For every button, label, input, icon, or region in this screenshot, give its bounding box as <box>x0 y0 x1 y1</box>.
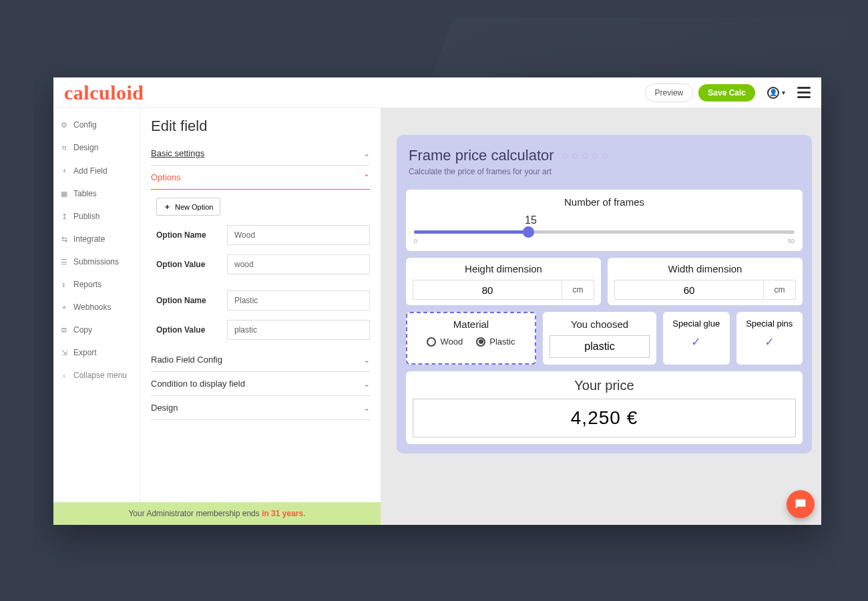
check-icon[interactable]: ✓ <box>670 335 723 349</box>
pins-label: Special pins <box>743 319 797 329</box>
export-icon: ⇲ <box>60 349 68 357</box>
sidebar-item-label: Integrate <box>73 234 105 244</box>
sidebar-item-add-field[interactable]: ＋Add Field <box>53 159 140 182</box>
option-name-label: Option Name <box>156 230 219 240</box>
gear-icon: ⚙ <box>60 121 68 130</box>
integrate-icon: ⇆ <box>60 235 68 244</box>
sidebar-item-label: Submissions <box>73 257 119 266</box>
design-icon: π <box>60 144 68 152</box>
sidebar-item-webhooks[interactable]: ⌖Webhooks <box>53 296 140 319</box>
sidebar-item-export[interactable]: ⇲Export <box>53 341 140 364</box>
user-menu[interactable]: 👤 ▾ <box>767 87 785 99</box>
caret-down-icon: ▾ <box>782 89 785 96</box>
sidebar-item-label: Reports <box>73 280 101 289</box>
frames-value: 15 <box>267 214 795 226</box>
sidebar-item-label: Copy <box>73 325 92 335</box>
chat-icon <box>793 497 808 512</box>
sidebar-item-label: Webhooks <box>73 303 111 312</box>
sidebar-item-label: Tables <box>73 189 97 198</box>
price-value: 4,250 € <box>413 399 796 437</box>
chat-fab[interactable] <box>787 490 815 518</box>
sidebar-item-submissions[interactable]: ☰Submissions <box>53 250 140 273</box>
frames-label: Number of frames <box>414 196 795 208</box>
rating-stars[interactable]: ☆☆☆☆☆ <box>561 150 611 161</box>
height-label: Height dimension <box>413 263 594 274</box>
option-value-label: Option Value <box>156 325 219 335</box>
sidebar-item-reports[interactable]: ⫾Reports <box>53 273 140 296</box>
material-label: Material <box>413 319 529 330</box>
accordion-design[interactable]: Design⌄ <box>151 396 370 420</box>
sidebar-item-publish[interactable]: ↥Publish <box>53 205 140 228</box>
sidebar-item-config[interactable]: ⚙Config <box>53 114 140 136</box>
list-icon: ☰ <box>60 258 68 266</box>
height-unit: cm <box>562 280 594 300</box>
menu-icon[interactable] <box>797 87 811 98</box>
sidebar-item-label: Design <box>73 143 98 152</box>
plus-circle-icon: ＋ <box>164 202 171 212</box>
accordion-basic-settings[interactable]: Basic settings⌄ <box>151 142 370 166</box>
accordion-condition[interactable]: Condition to display field⌄ <box>151 372 370 396</box>
collapse-menu[interactable]: ‹Collapse menu <box>53 364 140 387</box>
glue-label: Special glue <box>670 319 723 329</box>
sidebar-item-label: Config <box>73 120 97 130</box>
option2-value-input[interactable] <box>227 320 370 340</box>
new-option-button[interactable]: ＋ New Option <box>156 198 220 216</box>
slider-min: 0 <box>414 238 417 244</box>
slider-max: 50 <box>788 238 795 244</box>
sidebar-item-integrate[interactable]: ⇆Integrate <box>53 228 140 250</box>
price-label: Your price <box>413 378 796 393</box>
edit-field-panel: Edit field Basic settings⌄ Options⌃ ＋ Ne… <box>140 108 381 525</box>
sidebar-item-label: Export <box>73 348 97 357</box>
width-unit: cm <box>764 280 796 300</box>
copy-icon: ⧉ <box>60 326 68 335</box>
option2-name-input[interactable] <box>227 290 370 311</box>
height-input[interactable] <box>413 280 562 300</box>
calc-title: Frame price calculator <box>409 147 554 164</box>
chart-icon: ⫾ <box>60 280 68 288</box>
chevron-down-icon: ⌄ <box>363 379 370 389</box>
sidebar-item-design[interactable]: πDesign <box>53 136 140 159</box>
chosen-value: plastic <box>550 335 650 358</box>
sidebar-item-label: Publish <box>73 212 99 221</box>
option1-name-input[interactable] <box>227 225 370 245</box>
table-icon: ▦ <box>60 190 68 198</box>
option-name-label: Option Name <box>156 296 219 305</box>
option-value-label: Option Value <box>156 260 219 269</box>
chevron-left-icon: ‹ <box>60 371 68 379</box>
webhook-icon: ⌖ <box>60 303 68 312</box>
option1-value-input[interactable] <box>227 254 370 274</box>
check-icon[interactable]: ✓ <box>743 335 797 349</box>
material-radio-plastic[interactable]: Plastic <box>476 337 515 347</box>
width-label: Width dimension <box>614 263 796 274</box>
slider-thumb[interactable] <box>523 226 534 238</box>
chevron-down-icon: ⌄ <box>363 149 370 158</box>
width-input[interactable] <box>614 280 764 300</box>
sidebar-item-label: Add Field <box>73 166 107 176</box>
chosen-label: You choosed <box>550 319 650 330</box>
sidebar-item-copy[interactable]: ⧉Copy <box>53 319 140 341</box>
publish-icon: ↥ <box>60 212 68 221</box>
chevron-up-icon: ⌃ <box>363 173 370 182</box>
material-radio-wood[interactable]: Wood <box>427 337 463 347</box>
chevron-down-icon: ⌄ <box>363 355 370 365</box>
chevron-down-icon: ⌄ <box>363 403 370 413</box>
frames-slider[interactable] <box>414 230 795 234</box>
save-calc-button[interactable]: Save Calc <box>698 84 755 102</box>
membership-notice: Your Administrator membership ends in 31… <box>53 502 381 525</box>
sidebar: ⚙Config πDesign ＋Add Field ▦Tables ↥Publ… <box>53 108 140 525</box>
accordion-radio-config[interactable]: Radio Field Config⌄ <box>151 348 370 372</box>
sidebar-item-label: Collapse menu <box>73 371 127 380</box>
preview-button[interactable]: Preview <box>645 83 694 102</box>
panel-title: Edit field <box>151 118 370 135</box>
calculator-preview: Frame price calculator ☆☆☆☆☆ Calculate t… <box>397 135 812 453</box>
brand-logo: calculoid <box>64 81 144 104</box>
sidebar-item-tables[interactable]: ▦Tables <box>53 182 140 205</box>
accordion-options[interactable]: Options⌃ <box>151 166 370 190</box>
plus-icon: ＋ <box>60 166 68 176</box>
calc-subtitle: Calculate the price of frames for your a… <box>409 167 800 176</box>
user-icon: 👤 <box>767 87 779 99</box>
